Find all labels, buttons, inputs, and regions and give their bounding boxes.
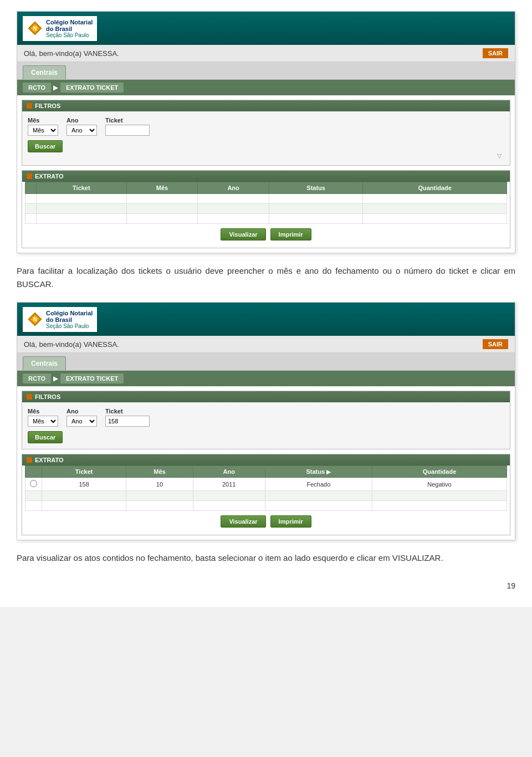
ano-field-group-2: Ano Ano 2011 [66,408,97,427]
svg-text:N: N [33,25,37,32]
screenshot-panel-1: N Colégio Notarial do Brasil Seção São P… [17,11,515,253]
mes-field-group-1: Mês Mês 010203 040506 070809 101112 [28,117,58,136]
col-status-2: Status ▶ [265,466,372,478]
visualizar-button-2[interactable]: Visualizar [221,515,265,528]
filter-row-1: Mês Mês 010203 040506 070809 101112 Ano … [28,117,504,136]
extrato-title-1: EXTRATO [35,173,64,180]
ticket-label-2: Ticket [105,408,150,415]
mes-select-2[interactable]: Mês 010203 101112 [28,416,58,427]
row-status-1: Fechado [265,478,372,491]
filtros-header-2: FILTROS [22,391,510,402]
col-mes-1: Mês [126,182,198,194]
row-radio-1[interactable] [25,478,42,491]
logo-area-1: N Colégio Notarial do Brasil Seção São P… [23,16,97,41]
row-radio-input-1[interactable] [30,480,37,487]
filtros-title-2: FILTROS [35,393,60,400]
ano-select-2[interactable]: Ano 2011 [66,416,97,427]
logo-diamond-icon: N [27,21,43,36]
col-status-1: Status [269,182,363,194]
tab-area-1: Centrais [17,62,515,80]
ano-field-group-1: Ano Ano 20112012 [66,117,97,136]
ticket-input-1[interactable] [105,125,150,136]
buscar-button-2[interactable]: Buscar [28,431,63,443]
imprimir-button-1[interactable]: Imprimir [270,228,311,241]
imprimir-button-2[interactable]: Imprimir [270,515,311,528]
filtros-icon-1 [27,103,32,109]
action-buttons-2: Visualizar Imprimir [25,511,507,532]
filter-row-2: Mês Mês 010203 101112 Ano Ano 2011 [28,408,504,427]
col-ticket-1: Ticket [37,182,127,194]
app-header-1: N Colégio Notarial do Brasil Seção São P… [17,12,515,45]
tab-centrais-2[interactable]: Centrais [23,356,66,370]
app-header-2: N Colégio Notarial do Brasil Seção São P… [17,303,515,336]
extrato-title-2: EXTRATO [35,457,64,463]
logo-area-2: N Colégio Notarial do Brasil Seção São P… [23,307,97,332]
mes-label-1: Mês [28,117,58,124]
filtros-section-2: FILTROS Mês Mês 010203 101112 Ano [22,391,510,449]
svg-text:N: N [33,316,37,323]
ano-label-2: Ano [66,408,97,415]
col-ano-2: Ano [193,466,265,478]
ano-label-1: Ano [66,117,97,124]
welcome-bar-2: Olá, bem-vindo(a) VANESSA. SAIR [17,336,515,353]
breadcrumb-2: RCTO ▶ EXTRATO TICKET [17,371,515,386]
buscar-button-1[interactable]: Buscar [28,140,63,152]
description-text-1: Para facilitar a localização dos tickets… [17,264,515,291]
col-mes-2: Mês [126,466,193,478]
breadcrumb-extrato-ticket-2[interactable]: EXTRATO TICKET [60,374,124,383]
extrato-header-2: EXTRATO [22,454,510,466]
extrato-body-1: Ticket Mês Ano Status Quantidade [22,182,510,248]
tab-centrais-1[interactable]: Centrais [23,65,66,79]
mes-select-1[interactable]: Mês 010203 040506 070809 101112 [28,125,58,136]
description-text-2: Para visualizar os atos contidos no fech… [17,551,515,565]
welcome-text-1: Olá, bem-vindo(a) VANESSA. [24,49,119,58]
visualizar-button-1[interactable]: Visualizar [221,228,265,241]
col-quantidade-2: Quantidade [372,466,507,478]
logo-text-1: Colégio Notarial do Brasil Seção São Pau… [46,19,93,38]
col-empty-2 [25,466,42,478]
ticket-label-1: Ticket [105,117,150,124]
action-buttons-1: Visualizar Imprimir [25,224,507,245]
sair-button-1[interactable]: SAIR [483,48,508,58]
welcome-text-2: Olá, bem-vindo(a) VANESSA. [24,340,119,349]
filtros-body-1: Mês Mês 010203 040506 070809 101112 Ano … [22,111,510,165]
extrato-icon-2 [27,457,32,463]
extrato-icon-1 [27,173,32,179]
extrato-table-2: Ticket Mês Ano Status ▶ Quantidade [25,466,507,511]
mes-label-2: Mês [28,408,58,415]
breadcrumb-rcto-1[interactable]: RCTO [23,83,51,93]
breadcrumb-arrow-2: ▶ [53,375,58,382]
extrato-section-2: EXTRATO Ticket Mês Ano Status ▶ Quan [22,454,510,535]
breadcrumb-rcto-2[interactable]: RCTO [23,374,51,383]
logo-diamond-icon-2: N [27,311,43,327]
logo-text-2: Colégio Notarial do Brasil Seção São Pau… [46,310,93,329]
extrato-section-1: EXTRATO Ticket Mês Ano Status Quantidade [22,170,510,248]
sair-button-2[interactable]: SAIR [483,339,508,349]
filtros-header-1: FILTROS [22,100,510,111]
ano-select-1[interactable]: Ano 20112012 [66,125,97,136]
col-ano-1: Ano [198,182,269,194]
filtros-body-2: Mês Mês 010203 101112 Ano Ano 2011 [22,402,510,449]
row-mes-1: 10 [126,478,193,491]
filtros-section-1: FILTROS Mês Mês 010203 040506 070809 101… [22,100,510,166]
screenshot-panel-2: N Colégio Notarial do Brasil Seção São P… [17,302,515,540]
col-empty-1 [25,182,37,194]
tab-area-2: Centrais [17,353,515,371]
page-number: 19 [17,576,515,590]
breadcrumb-extrato-ticket-1[interactable]: EXTRATO TICKET [60,83,124,93]
ticket-field-group-2: Ticket [105,408,150,427]
ticket-input-2[interactable] [105,416,150,427]
row-ticket-1: 158 [42,478,126,491]
mes-field-group-2: Mês Mês 010203 101112 [28,408,58,427]
col-quantidade-1: Quantidade [363,182,507,194]
row-quantidade-1: Negativo [372,478,507,491]
filtros-title-1: FILTROS [35,103,60,109]
extrato-table-1: Ticket Mês Ano Status Quantidade [25,182,507,224]
row-ano-1: 2011 [193,478,265,491]
breadcrumb-1: RCTO ▶ EXTRATO TICKET [17,80,515,95]
filtros-icon-2 [27,394,32,400]
extrato-body-2: Ticket Mês Ano Status ▶ Quantidade [22,466,510,535]
breadcrumb-arrow-1: ▶ [53,84,58,91]
ticket-field-group-1: Ticket [105,117,150,136]
extrato-header-1: EXTRATO [22,171,510,182]
